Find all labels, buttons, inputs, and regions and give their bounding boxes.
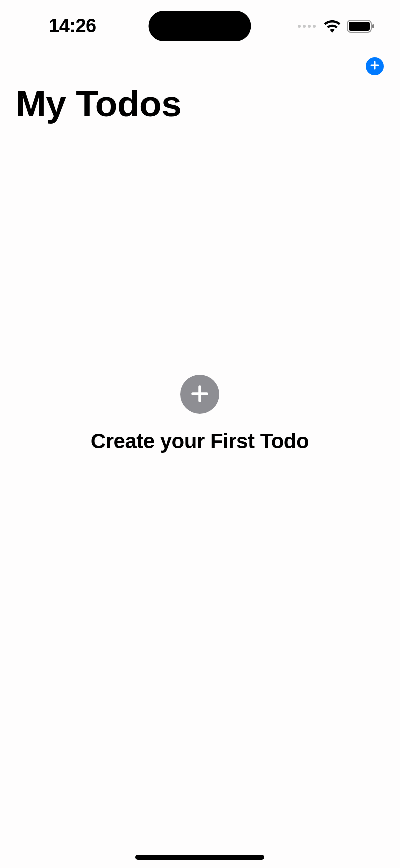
- main-content: Create your First Todo: [0, 0, 400, 868]
- empty-state-message: Create your First Todo: [91, 430, 309, 453]
- add-todo-button[interactable]: [366, 57, 384, 75]
- home-indicator[interactable]: [136, 855, 264, 860]
- plus-icon: [370, 60, 380, 72]
- wifi-icon: [324, 20, 341, 33]
- dynamic-island: [149, 11, 252, 41]
- page-title: My Todos: [16, 83, 384, 124]
- svg-rect-1: [349, 22, 370, 31]
- cellular-signal-icon: [298, 25, 316, 28]
- status-time: 14:26: [49, 15, 96, 37]
- title-area: My Todos: [0, 83, 400, 124]
- plus-icon: [190, 383, 210, 406]
- svg-rect-2: [372, 24, 374, 28]
- empty-state: Create your First Todo: [91, 375, 309, 453]
- status-bar: 14:26: [0, 0, 400, 52]
- empty-state-add-button[interactable]: [180, 375, 220, 414]
- navigation-bar: [0, 52, 400, 80]
- status-right: [298, 20, 375, 33]
- battery-icon: [347, 20, 375, 33]
